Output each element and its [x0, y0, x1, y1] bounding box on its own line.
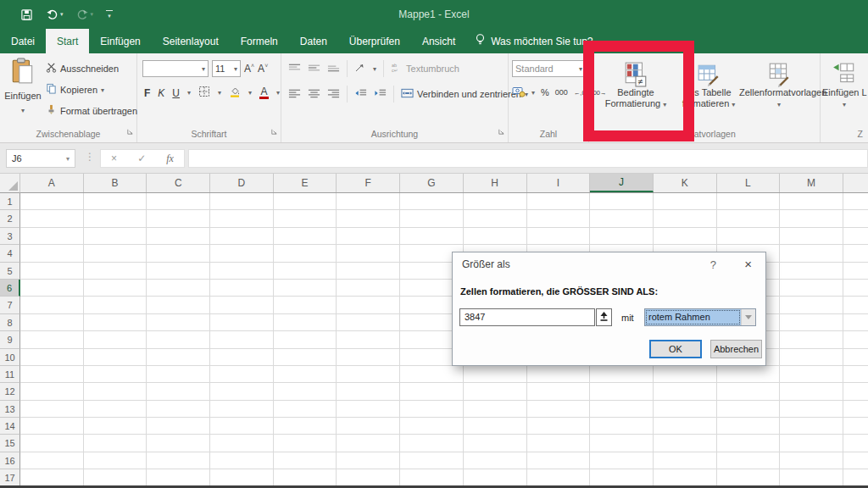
cell-M11[interactable]	[780, 366, 843, 383]
column-header-B[interactable]: B	[84, 174, 147, 192]
cell-F7[interactable]	[337, 297, 400, 313]
font-size-combo[interactable]: 11 ▾	[212, 60, 241, 77]
cell-E14[interactable]	[274, 418, 337, 435]
copy-caret-icon[interactable]: ▾	[101, 86, 104, 94]
row-header-16[interactable]: 16	[0, 452, 20, 469]
row-header-11[interactable]: 11	[0, 366, 20, 383]
grow-font-button[interactable]: A˄	[244, 63, 254, 75]
cancel-button[interactable]: Abbrechen	[710, 340, 762, 358]
cell-L3[interactable]	[717, 228, 781, 245]
cell-M3[interactable]	[780, 228, 843, 245]
cell-A1[interactable]	[20, 193, 84, 210]
cell-C7[interactable]	[147, 297, 210, 313]
row-header-5[interactable]: 5	[0, 263, 20, 280]
format-dropdown[interactable]: rotem Rahmen	[644, 308, 756, 326]
cell-J17[interactable]	[590, 469, 654, 486]
cell-D3[interactable]	[210, 228, 274, 245]
cell-E1[interactable]	[274, 193, 337, 210]
cell-G2[interactable]	[400, 210, 464, 227]
formula-input[interactable]	[188, 149, 868, 168]
cell-E15[interactable]	[274, 435, 337, 452]
cell-K14[interactable]	[654, 418, 717, 435]
cell-D5[interactable]	[210, 263, 274, 280]
cell-L13[interactable]	[717, 401, 781, 418]
tell-me-search[interactable]: Was möchten Sie tun?	[466, 29, 601, 53]
cell-B2[interactable]	[84, 210, 147, 227]
cell-M5[interactable]	[780, 263, 843, 280]
cell-J16[interactable]	[590, 452, 654, 469]
column-header-J[interactable]: J	[590, 174, 654, 192]
cell-H2[interactable]	[464, 210, 527, 227]
cell-M12[interactable]	[780, 383, 843, 400]
cell-D13[interactable]	[210, 401, 274, 418]
cell-B17[interactable]	[84, 469, 147, 486]
cell-F1[interactable]	[337, 193, 400, 210]
tab-seitenlayout[interactable]: Seitenlayout	[152, 29, 230, 53]
insert-cells-button[interactable]: Einfügen L ▾	[822, 57, 866, 110]
cell-M1[interactable]	[780, 193, 843, 210]
cell-x14[interactable]	[843, 418, 868, 435]
cell-B1[interactable]	[84, 193, 147, 210]
fill-color-caret-icon[interactable]: ▾	[248, 89, 252, 97]
cell-C9[interactable]	[147, 331, 210, 348]
collapse-dialog-button[interactable]	[596, 308, 612, 326]
copy-button[interactable]: Kopieren ▾	[46, 82, 137, 97]
cell-A2[interactable]	[20, 210, 84, 227]
cell-A10[interactable]	[20, 349, 84, 366]
cell-styles-caret-icon[interactable]: ▾	[777, 101, 781, 108]
cell-x15[interactable]	[843, 435, 868, 452]
insert-function-button[interactable]: fx	[166, 152, 174, 165]
cell-G14[interactable]	[400, 418, 464, 435]
cell-F2[interactable]	[337, 210, 400, 227]
underline-caret-icon[interactable]: ▾	[187, 89, 191, 97]
cell-A5[interactable]	[20, 263, 84, 280]
cell-F8[interactable]	[337, 314, 400, 331]
column-header-C[interactable]: C	[147, 174, 210, 192]
cell-B6[interactable]	[84, 280, 147, 297]
font-name-combo[interactable]: ▾	[142, 60, 209, 77]
cell-F12[interactable]	[337, 383, 400, 400]
cell-L1[interactable]	[717, 193, 781, 210]
cell-M4[interactable]	[780, 245, 843, 262]
cell-B14[interactable]	[84, 418, 147, 435]
cell-C11[interactable]	[147, 366, 210, 383]
cell-K1[interactable]	[654, 193, 717, 210]
cell-D6[interactable]	[210, 280, 274, 297]
cell-D1[interactable]	[210, 193, 274, 210]
cell-E9[interactable]	[274, 331, 337, 348]
align-top-icon[interactable]	[288, 61, 301, 76]
cell-A15[interactable]	[20, 435, 84, 452]
cell-A14[interactable]	[20, 418, 84, 435]
shrink-font-button[interactable]: A˅	[258, 63, 268, 75]
cell-E4[interactable]	[274, 245, 337, 262]
cell-D2[interactable]	[210, 210, 274, 227]
row-header-14[interactable]: 14	[0, 418, 20, 435]
cell-x6[interactable]	[843, 280, 868, 297]
cell-C1[interactable]	[147, 193, 210, 210]
cell-H15[interactable]	[464, 435, 527, 452]
cell-A13[interactable]	[20, 401, 84, 418]
cell-D7[interactable]	[210, 297, 274, 313]
cell-A17[interactable]	[20, 469, 84, 486]
cell-A16[interactable]	[20, 452, 84, 469]
cell-H16[interactable]	[464, 452, 527, 469]
column-header-H[interactable]: H	[464, 174, 527, 192]
formula-bar-grip-icon[interactable]: ⋮	[85, 151, 95, 163]
column-header-I[interactable]: I	[527, 174, 591, 192]
cell-styles-button[interactable]: Zellenformatvorlagen ▾	[739, 57, 819, 110]
tab-formeln[interactable]: Formeln	[230, 29, 289, 53]
cell-J2[interactable]	[590, 210, 654, 227]
cell-B7[interactable]	[84, 297, 147, 313]
cell-D17[interactable]	[210, 469, 274, 486]
dialog-close-icon[interactable]: ×	[744, 257, 752, 271]
fill-color-button[interactable]	[229, 86, 241, 100]
align-middle-icon[interactable]	[308, 61, 320, 76]
cell-E2[interactable]	[274, 210, 337, 227]
ok-button[interactable]: OK	[649, 340, 702, 358]
cell-x5[interactable]	[843, 263, 868, 280]
cell-L16[interactable]	[717, 452, 781, 469]
cell-C13[interactable]	[147, 401, 210, 418]
cell-B8[interactable]	[84, 314, 147, 331]
cell-H12[interactable]	[464, 383, 527, 400]
cell-B4[interactable]	[84, 245, 147, 262]
